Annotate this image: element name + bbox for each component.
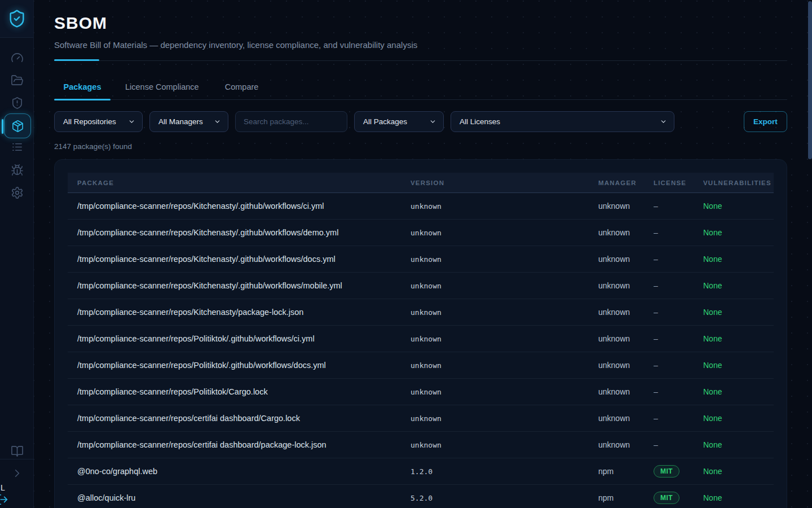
package-name: /tmp/compliance-scanner/repos/Kitchenast…	[68, 228, 411, 237]
tab-compare[interactable]: Compare	[214, 79, 270, 99]
repositories-select-value: All Repositories	[63, 117, 116, 126]
column-license: License	[654, 179, 703, 186]
active-nav-indicator	[2, 119, 3, 134]
table-row[interactable]: /tmp/compliance-scanner/repos/Politiktok…	[68, 352, 774, 379]
package-license: –	[654, 308, 703, 317]
package-license: MIT	[654, 465, 703, 478]
package-vulnerabilities: None	[703, 308, 774, 317]
table-row[interactable]: /tmp/compliance-scanner/repos/Kitchenast…	[68, 193, 774, 220]
book-open-icon	[11, 445, 24, 458]
scrollbar-thumb[interactable]	[808, 1, 812, 159]
table-body: /tmp/compliance-scanner/repos/Kitchenast…	[68, 193, 774, 508]
page-subtitle: Software Bill of Materials — dependency …	[54, 40, 787, 51]
package-version: 5.2.0	[411, 494, 598, 502]
package-version: unknown	[411, 441, 598, 449]
chevron-down-icon	[128, 118, 135, 125]
sidebar-item-sbom[interactable]	[4, 113, 31, 138]
page-scrollbar[interactable]	[807, 0, 812, 508]
table-row[interactable]: /tmp/compliance-scanner/repos/Kitchenast…	[68, 246, 774, 273]
package-version: unknown	[411, 361, 598, 370]
tab-packages[interactable]: Packages	[54, 79, 111, 99]
package-name: /tmp/compliance-scanner/repos/Kitchenast…	[68, 202, 411, 211]
repositories-select[interactable]: All Repositories	[54, 111, 143, 132]
package-vulnerabilities: None	[703, 361, 774, 370]
table-header: Package Version Manager License Vulnerab…	[68, 173, 774, 193]
package-manager: unknown	[598, 281, 654, 290]
column-vulnerabilities: Vulnerabilities	[703, 179, 774, 186]
license-badge: MIT	[654, 492, 679, 504]
package-icon	[11, 120, 24, 133]
package-version: unknown	[411, 308, 598, 317]
packages-select[interactable]: All Packages	[354, 111, 444, 132]
package-version: unknown	[411, 282, 598, 290]
sidebar-item-dashboard[interactable]	[0, 46, 34, 69]
package-license: –	[654, 414, 703, 423]
search-input[interactable]	[235, 111, 347, 132]
package-license: –	[654, 361, 703, 370]
package-version: unknown	[411, 255, 598, 264]
packages-select-value: All Packages	[363, 117, 407, 126]
table-row[interactable]: /tmp/compliance-scanner/repos/certifai d…	[68, 432, 774, 458]
licenses-select[interactable]: All Licenses	[451, 111, 674, 132]
shield-alert-icon	[11, 97, 24, 110]
managers-select[interactable]: All Managers	[149, 111, 228, 132]
tab-license-compliance[interactable]: License Compliance	[118, 79, 206, 99]
gauge-icon	[11, 51, 24, 64]
app-logo[interactable]	[0, 0, 33, 38]
package-name: /tmp/compliance-scanner/repos/Politiktok…	[68, 361, 411, 370]
package-license: –	[654, 228, 703, 237]
list-icon	[11, 141, 24, 154]
export-button[interactable]: Export	[744, 111, 787, 132]
table-row[interactable]: /tmp/compliance-scanner/repos/Politiktok…	[68, 379, 774, 405]
tab-bar: Packages License Compliance Compare	[54, 79, 787, 100]
package-name: /tmp/compliance-scanner/repos/Kitchenast…	[68, 308, 411, 317]
table-row[interactable]: /tmp/compliance-scanner/repos/certifai d…	[68, 405, 774, 432]
package-license: –	[654, 202, 703, 211]
package-vulnerabilities: None	[703, 414, 774, 423]
sidebar-item-repositories[interactable]	[0, 69, 34, 91]
package-manager: unknown	[598, 387, 654, 396]
packages-table-card: Package Version Manager License Vulnerab…	[54, 159, 787, 508]
chevron-down-icon	[214, 118, 221, 125]
logout-icon	[0, 493, 8, 506]
package-license: –	[654, 281, 703, 290]
table-row[interactable]: /tmp/compliance-scanner/repos/Kitchenast…	[68, 220, 774, 246]
licenses-select-value: All Licenses	[460, 117, 500, 126]
overflow-label: L	[1, 483, 5, 492]
column-version: Version	[411, 179, 598, 186]
logout-button[interactable]	[0, 493, 8, 506]
package-vulnerabilities: None	[703, 281, 774, 290]
results-count: 2147 package(s) found	[54, 142, 787, 151]
package-name: /tmp/compliance-scanner/repos/Politiktok…	[68, 334, 411, 343]
sidebar-item-vulnerabilities[interactable]	[0, 159, 34, 181]
package-name: /tmp/compliance-scanner/repos/Kitchenast…	[68, 255, 411, 264]
sidebar-collapse-button[interactable]	[0, 462, 34, 484]
package-vulnerabilities: None	[703, 467, 774, 476]
sidebar-item-inventory[interactable]	[0, 135, 34, 158]
column-manager: Manager	[598, 179, 654, 186]
package-vulnerabilities: None	[703, 440, 774, 449]
package-name: /tmp/compliance-scanner/repos/certifai d…	[68, 440, 411, 449]
package-version: unknown	[411, 335, 598, 343]
shield-check-icon	[7, 9, 27, 28]
sidebar-item-compliance[interactable]	[0, 91, 34, 114]
package-manager: unknown	[598, 228, 654, 237]
gear-icon	[11, 186, 24, 199]
package-license: –	[654, 387, 703, 396]
table-row[interactable]: @alloc/quick-lru5.2.0npmMITNone	[68, 485, 774, 508]
filter-bar: All Repositories All Managers All Packag…	[54, 111, 787, 132]
package-manager: npm	[598, 493, 654, 502]
chevron-down-icon	[429, 118, 436, 125]
license-badge: MIT	[654, 465, 679, 478]
table-row[interactable]: /tmp/compliance-scanner/repos/Kitchenast…	[68, 273, 774, 299]
package-manager: unknown	[598, 440, 654, 449]
table-row[interactable]: /tmp/compliance-scanner/repos/Kitchenast…	[68, 299, 774, 326]
table-row[interactable]: @0no-co/graphql.web1.2.0npmMITNone	[68, 458, 774, 485]
package-vulnerabilities: None	[703, 334, 774, 343]
sidebar-item-settings[interactable]	[0, 181, 34, 204]
table-row[interactable]: /tmp/compliance-scanner/repos/Politiktok…	[68, 326, 774, 352]
managers-select-value: All Managers	[158, 117, 203, 126]
sidebar-divider	[0, 459, 34, 459]
package-license: –	[654, 440, 703, 449]
package-vulnerabilities: None	[703, 255, 774, 264]
